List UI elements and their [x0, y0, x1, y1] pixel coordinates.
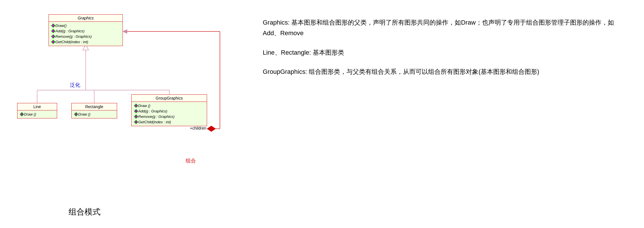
diagram-area: Graphics Draw() Add(g : Graphics) Remove…	[11, 6, 246, 223]
rectangle-body: Draw ()	[72, 110, 117, 118]
graphics-method-3: Remove(g : Graphics)	[51, 34, 120, 39]
description-area: Graphics: 基本图形和组合图形的父类，声明了所有图形共同的操作，如Dra…	[246, 6, 633, 222]
group-method-icon-1	[134, 104, 139, 108]
graphics-method-1: Draw()	[51, 23, 120, 28]
children-label: +children	[190, 126, 206, 130]
rectangle-method-1: Draw ()	[74, 112, 115, 117]
group-method-icon-4	[134, 120, 139, 124]
line-method-icon-1	[20, 112, 24, 117]
group-body: Draw () Add(g : Graphics) Remove(g : Gra…	[132, 102, 207, 126]
group-method-icon-2	[134, 109, 139, 114]
svg-marker-9	[207, 126, 216, 132]
graphics-header: Graphics	[49, 15, 123, 22]
svg-marker-10	[123, 29, 127, 33]
line-method-1: Draw ()	[20, 112, 55, 117]
graphics-method-2: Add(g : Graphics)	[51, 28, 120, 34]
desc-paragraph-1: Graphics: 基本图形和组合图形的父类，声明了所有图形共同的操作，如Dra…	[263, 17, 615, 39]
group-method-3: Remove(g : Graphics)	[134, 114, 204, 119]
class-rectangle: Rectangle Draw ()	[71, 103, 117, 118]
class-line: Line Draw ()	[17, 103, 57, 118]
method-icon-4	[51, 40, 56, 44]
method-icon-2	[51, 29, 56, 33]
method-icon-1	[51, 23, 56, 28]
diagram-title: 组合模式	[69, 207, 101, 217]
composition-label: 组合	[186, 157, 196, 164]
group-method-icon-3	[134, 114, 139, 119]
main-container: Graphics Draw() Add(g : Graphics) Remove…	[0, 0, 644, 228]
graphics-body: Draw() Add(g : Graphics) Remove(g : Grap…	[49, 22, 123, 46]
class-graphics: Graphics Draw() Add(g : Graphics) Remove…	[49, 14, 123, 46]
group-method-1: Draw ()	[134, 103, 204, 108]
rectangle-header: Rectangle	[72, 103, 117, 110]
group-method-2: Add(g : Graphics)	[134, 108, 204, 114]
generalization-label: 泛化	[70, 82, 80, 88]
graphics-method-4: GetChild(index : int)	[51, 39, 120, 45]
desc-paragraph-2: Line、Rectangle: 基本图形类	[263, 47, 615, 58]
line-body: Draw ()	[17, 110, 57, 118]
group-method-4: GetChild(index : int)	[134, 119, 204, 125]
group-header: GroupGraphics	[132, 95, 207, 102]
class-group-graphics: GroupGraphics Draw () Add(g : Graphics) …	[131, 94, 207, 126]
rect-method-icon-1	[74, 112, 79, 117]
line-header: Line	[17, 103, 57, 110]
desc-paragraph-3: GroupGraphics: 组合图形类，与父类有组合关系，从而可以组合所有图形…	[263, 66, 615, 77]
method-icon-3	[51, 34, 56, 39]
